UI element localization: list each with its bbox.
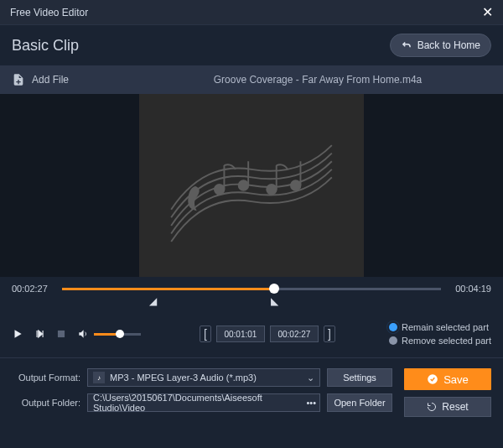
output-format-select[interactable]: ♪ MP3 - MPEG Layer-3 Audio (*.mp3) ⌄ [87,368,320,387]
set-end-bracket[interactable]: ] [324,326,335,342]
reset-button[interactable]: Reset [404,397,491,417]
play-button[interactable] [12,328,23,340]
svg-point-3 [291,180,301,190]
preview-area [0,94,503,277]
add-file-button[interactable]: Add File [12,73,69,86]
file-bar: Add File Groove Coverage - Far Away From… [0,65,503,94]
set-start-bracket[interactable]: [ [200,326,211,342]
output-folder-label: Output Folder: [12,398,80,408]
radio-remain[interactable]: Remain selected part [389,322,491,332]
back-home-button[interactable]: Back to Home [390,34,491,57]
svg-point-2 [267,185,277,195]
settings-button[interactable]: Settings [327,368,392,387]
music-notes-icon [155,110,348,261]
add-file-label: Add File [32,74,69,86]
back-home-label: Back to Home [417,39,480,51]
add-file-icon [12,73,25,86]
time-current: 00:02:27 [12,284,54,294]
preview-canvas [139,94,364,277]
output-folder-field[interactable]: C:\Users\20150617\Documents\Aiseesoft St… [87,393,320,412]
page-title: Basic Clip [12,37,79,55]
time-total: 00:04:19 [449,284,491,294]
svg-point-0 [215,185,225,195]
browse-folder-button[interactable]: ••• [306,398,316,408]
title-bar: Free Video Editor ✕ [0,0,503,25]
clip-end-input[interactable] [270,326,319,342]
controls-row: [ ] Remain selected part Remove selected… [0,310,503,357]
radio-dot-icon [389,336,397,345]
output-format-value: MP3 - MPEG Layer-3 Audio (*.mp3) [110,372,257,383]
open-folder-button[interactable]: Open Folder [327,393,392,412]
timeline-track[interactable] [62,284,441,294]
save-button[interactable]: Save [404,368,491,390]
clip-start-input[interactable] [216,326,265,342]
output-panel: Output Format: ♪ MP3 - MPEG Layer-3 Audi… [0,358,503,427]
check-icon [427,373,438,385]
close-icon[interactable]: ✕ [482,6,493,19]
radio-remove-label: Remove selected part [402,336,491,346]
radio-remain-label: Remain selected part [402,322,489,332]
timeline-thumb[interactable] [269,284,279,294]
volume-thumb[interactable] [116,330,124,338]
current-filename: Groove Coverage - Far Away From Home.m4a [144,74,491,86]
reset-label: Reset [442,401,468,413]
stop-button[interactable] [55,328,67,340]
output-format-label: Output Format: [12,372,80,383]
volume-slider[interactable] [94,333,141,336]
step-forward-button[interactable] [34,328,45,340]
header: Basic Clip Back to Home [0,25,503,65]
save-label: Save [443,373,469,386]
volume-icon[interactable] [77,328,89,340]
format-icon: ♪ [93,372,105,383]
output-folder-value: C:\Users\20150617\Documents\Aiseesoft St… [93,393,314,413]
timeline: 00:02:27 00:04:19 ◢ ◣ [0,277,503,310]
clip-start-marker[interactable]: ◢ [149,295,157,307]
svg-rect-8 [58,331,65,337]
chevron-down-icon: ⌄ [307,372,314,383]
app-name: Free Video Editor [10,7,88,18]
radio-remove[interactable]: Remove selected part [389,336,491,346]
radio-dot-icon [389,323,397,331]
clip-end-marker[interactable]: ◣ [271,295,278,307]
reset-icon [427,402,437,412]
back-arrow-icon [401,39,412,51]
svg-point-1 [239,180,249,190]
